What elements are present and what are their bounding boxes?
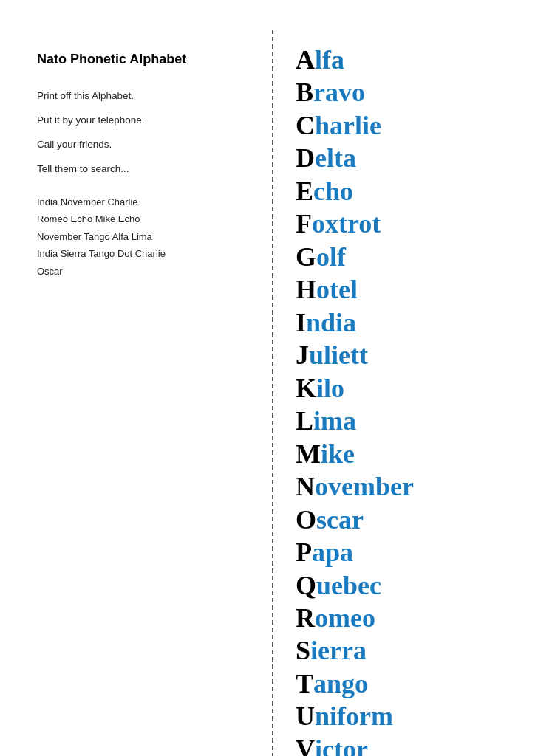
list-item: Papa (296, 537, 513, 568)
list-item: Sierra (296, 635, 513, 666)
letter-initial: N (296, 472, 315, 501)
letter-rest: ima (313, 406, 356, 436)
letter-initial: B (296, 78, 313, 107)
letter-rest: lfa (315, 45, 344, 75)
page: Nato Phonetic Alphabet Print off this Al… (0, 0, 535, 756)
letter-rest: elta (315, 143, 356, 173)
list-item: Romeo (296, 602, 513, 633)
letter-rest: olf (316, 242, 346, 272)
instruction-line: Put it by your telephone. (37, 114, 244, 128)
left-panel: Nato Phonetic Alphabet Print off this Al… (0, 30, 273, 756)
right-panel: AlfaBravoCharlieDeltaEchoFoxtrotGolfHote… (273, 30, 535, 756)
letter-initial: V (296, 735, 315, 756)
page-title: Nato Phonetic Alphabet (37, 52, 244, 67)
list-item: Charlie (296, 110, 513, 141)
list-item: Golf (296, 241, 513, 272)
letter-initial: D (296, 143, 315, 173)
letter-initial: P (296, 537, 312, 567)
list-item: Delta (296, 142, 513, 173)
list-item: Victor (296, 734, 513, 756)
letter-initial: K (296, 374, 316, 403)
url-line: India Sierra Tango Dot Charlie (37, 247, 244, 261)
letter-initial: A (296, 45, 315, 75)
list-item: Tango (296, 668, 513, 699)
instruction-line: Tell them to search... (37, 162, 244, 176)
instruction-line: Call your friends. (37, 138, 244, 152)
letter-rest: uebec (316, 571, 381, 600)
divider (272, 30, 273, 756)
url-line: Romeo Echo Mike Echo (37, 212, 244, 227)
letter-rest: ictor (315, 735, 368, 756)
letter-initial: R (296, 603, 315, 633)
letter-initial: G (296, 242, 316, 272)
list-item: Lima (296, 405, 513, 436)
list-item: India (296, 307, 513, 338)
letter-initial: J (296, 340, 309, 370)
list-item: Alfa (296, 44, 513, 75)
instruction-line: Print off this Alphabet. (37, 89, 244, 103)
letter-rest: otel (316, 275, 358, 304)
letter-rest: ndia (306, 308, 356, 337)
letter-rest: harlie (315, 111, 381, 140)
letter-rest: scar (316, 505, 364, 535)
letter-rest: uliett (309, 340, 368, 370)
list-item: Quebec (296, 570, 513, 601)
letter-rest: cho (313, 176, 353, 206)
url-line: November Tango Alfa Lima (37, 230, 244, 244)
letter-rest: niform (315, 701, 393, 731)
list-item: Kilo (296, 373, 513, 404)
list-item: Echo (296, 176, 513, 207)
letter-initial: T (296, 669, 313, 698)
list-item: Mike (296, 439, 513, 470)
letter-initial: O (296, 505, 316, 535)
letter-rest: oxtrot (312, 209, 381, 238)
url-line: Oscar (37, 264, 244, 279)
letter-initial: F (296, 209, 312, 238)
alphabet-list: AlfaBravoCharlieDeltaEchoFoxtrotGolfHote… (296, 44, 513, 756)
letter-rest: ilo (316, 374, 344, 403)
letter-initial: U (296, 701, 315, 731)
list-item: Bravo (296, 77, 513, 108)
letter-rest: ango (313, 669, 368, 698)
letter-initial: M (296, 439, 321, 469)
letter-initial: L (296, 406, 313, 436)
letter-rest: apa (312, 537, 353, 567)
url-block: India November CharlieRomeo Echo Mike Ec… (37, 195, 244, 279)
url-line: India November Charlie (37, 195, 244, 210)
list-item: Uniform (296, 701, 513, 732)
letter-rest: omeo (315, 603, 375, 633)
letter-initial: C (296, 111, 315, 140)
letter-initial: S (296, 636, 310, 665)
list-item: Foxtrot (296, 208, 513, 239)
letter-initial: I (296, 308, 306, 337)
letter-initial: Q (296, 571, 316, 600)
list-item: Oscar (296, 504, 513, 535)
letter-rest: ike (321, 439, 355, 469)
instructions-block: Print off this Alphabet.Put it by your t… (37, 89, 244, 176)
letter-rest: ovember (315, 472, 414, 501)
list-item: Hotel (296, 274, 513, 305)
letter-initial: H (296, 275, 316, 304)
letter-rest: ierra (310, 636, 367, 665)
list-item: Juliett (296, 340, 513, 371)
list-item: November (296, 471, 513, 502)
letter-rest: ravo (313, 78, 365, 107)
letter-initial: E (296, 176, 313, 206)
